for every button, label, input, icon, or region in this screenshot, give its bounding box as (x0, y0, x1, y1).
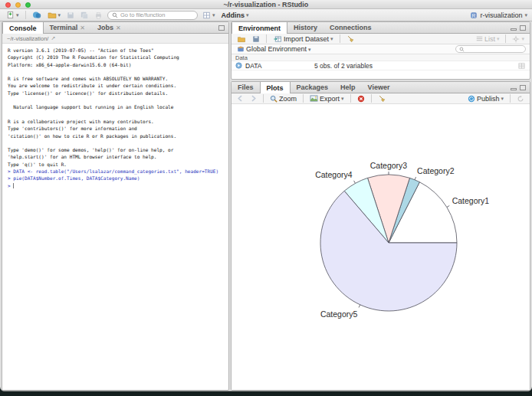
close-icon[interactable]: ✕ (116, 25, 121, 31)
magnifier-icon (270, 95, 277, 103)
print-icon (94, 11, 103, 19)
clear-environment-button[interactable] (345, 34, 356, 44)
import-table-icon (273, 35, 282, 43)
console-line: R is free software and comes with ABSOLU… (8, 75, 228, 82)
save-button[interactable] (65, 11, 76, 20)
console-line: > DATA <- read.table("/Users/lsalazar/co… (8, 168, 228, 175)
tab-jobs[interactable]: Jobs ✕ (91, 22, 127, 33)
new-project-button[interactable] (31, 10, 43, 20)
list-icon (476, 35, 483, 42)
zoom-plot-button[interactable]: Zoom (268, 94, 298, 103)
environment-scope-selector[interactable]: Global Environment ▾ (235, 44, 313, 54)
refresh-plot-button[interactable] (515, 94, 526, 103)
toolbar-separator (303, 94, 304, 103)
chevron-down-icon: ▾ (501, 96, 504, 101)
export-label: Export (320, 95, 340, 103)
remove-plot-button[interactable] (356, 94, 366, 103)
console-line: You are welcome to redistribute it under… (8, 82, 228, 89)
chevron-down-icon: ▾ (308, 47, 311, 52)
console-path-bar: ~/r-visualization/ ↗ (2, 34, 228, 44)
save-workspace-button[interactable] (251, 34, 261, 44)
expand-object-icon[interactable] (235, 62, 242, 69)
environment-object-row[interactable]: DATA 5 obs. of 2 variables (232, 61, 530, 70)
list-view-button[interactable]: List ▾ (475, 34, 501, 44)
clear-plots-button[interactable] (376, 94, 388, 103)
maximize-pane-icon[interactable] (520, 25, 526, 31)
goto-file-input[interactable] (120, 11, 193, 18)
publish-label: Publish (477, 95, 500, 103)
tab-label: Files (238, 83, 254, 91)
environment-scope-row: Global Environment ▾ (232, 44, 530, 54)
close-icon[interactable]: ✕ (80, 25, 85, 31)
minimize-pane-icon[interactable] (511, 28, 517, 31)
tab-label: Console (9, 25, 37, 32)
external-link-icon[interactable]: ↗ (51, 35, 55, 41)
tab-files[interactable]: Files (232, 82, 260, 93)
toolbar-separator (25, 11, 26, 19)
folder-icon (48, 11, 57, 19)
maximize-pane-icon[interactable] (520, 85, 526, 90)
refresh-icon (517, 95, 524, 103)
chevron-down-icon: ▾ (341, 96, 344, 101)
console-line: Type 'q()' to quit R. (8, 161, 228, 168)
plot-area: Category1Category2Category3Category4Cate… (232, 104, 530, 390)
tab-packages[interactable]: Packages (291, 82, 335, 93)
zoom-label: Zoom (279, 95, 297, 103)
desktop: ~/r-visualization - RStudio ▾ ▾ (0, 0, 532, 396)
environment-search-input[interactable] (466, 47, 522, 52)
environment-search[interactable] (455, 45, 526, 53)
save-all-button[interactable] (79, 11, 90, 20)
export-plot-button[interactable]: Export ▾ (308, 94, 346, 103)
project-menu[interactable]: R r-visualization ▾ (470, 11, 527, 19)
maximize-pane-icon[interactable] (218, 25, 225, 31)
open-file-button[interactable]: ▾ (46, 10, 63, 20)
tab-terminal[interactable]: Terminal ✕ (44, 22, 92, 33)
panes-grid-icon (202, 11, 211, 19)
console-line: Copyright (C) 2019 The R Foundation for … (8, 54, 228, 61)
publish-button[interactable]: Publish ▾ (466, 94, 505, 103)
chevron-down-icon: ▾ (521, 36, 524, 41)
pie-label-tick (447, 205, 449, 207)
object-name: DATA (245, 62, 261, 70)
publish-icon (468, 95, 475, 103)
tab-plots[interactable]: Plots (260, 82, 291, 93)
next-plot-button[interactable] (248, 94, 258, 103)
console-line: Type 'license()' or 'licence()' for dist… (8, 90, 228, 97)
pie-label: Category2 (417, 166, 455, 175)
list-label: List (484, 35, 495, 43)
goto-file-search[interactable] (107, 11, 198, 20)
tab-label: Packages (297, 83, 329, 91)
main-toolbar: ▾ ▾ (0, 9, 532, 21)
folder-open-icon (237, 35, 246, 43)
console-line (8, 111, 228, 118)
addins-menu[interactable]: Addins ▾ (220, 11, 251, 20)
load-workspace-button[interactable] (235, 34, 248, 44)
toolbar-separator (505, 34, 506, 43)
tab-console[interactable]: Console (2, 22, 44, 34)
console-output[interactable]: R version 3.6.1 (2019-07-05) -- "Action … (2, 44, 228, 391)
tab-connections[interactable]: Connections (323, 22, 378, 33)
view-table-icon[interactable] (518, 63, 525, 69)
console-pane: Console Terminal ✕ Jobs ✕ ~/r-visualizat… (2, 21, 229, 391)
pie-chart: Category1Category2Category3Category4Cate… (232, 104, 530, 390)
rstudio-window: ~/r-visualization - RStudio ▾ ▾ (0, 0, 532, 391)
toolbar-separator (263, 94, 264, 103)
new-file-button[interactable]: ▾ (5, 10, 21, 20)
minimize-pane-icon[interactable] (511, 88, 517, 90)
previous-plot-button[interactable] (235, 94, 245, 103)
tab-help[interactable]: Help (334, 82, 362, 93)
environment-settings-button[interactable]: ▾ (511, 34, 526, 44)
save-icon (252, 35, 260, 43)
new-file-icon (6, 11, 15, 19)
print-button[interactable] (93, 11, 104, 20)
import-dataset-button[interactable]: Import Dataset ▾ (271, 34, 335, 44)
tab-environment[interactable]: Environment (232, 22, 287, 34)
panes-layout-button[interactable]: ▾ (201, 11, 217, 20)
tab-history[interactable]: History (287, 22, 323, 33)
desktop-edge (0, 391, 532, 396)
tab-viewer[interactable]: Viewer (362, 82, 396, 93)
environment-toolbar: Import Dataset ▾ List ▾ (232, 34, 530, 44)
pie-label: Category1 (452, 196, 490, 205)
project-cube-icon (32, 11, 41, 19)
text-cursor (13, 183, 14, 188)
